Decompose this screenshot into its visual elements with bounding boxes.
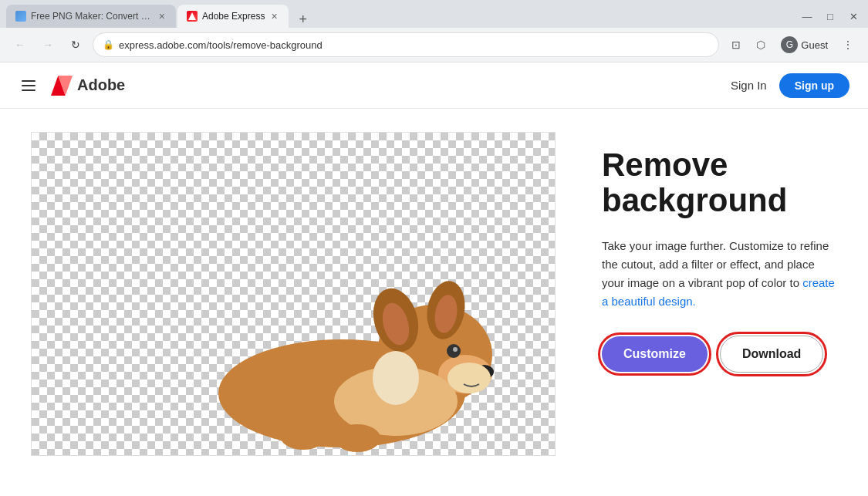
hamburger-menu[interactable] — [19, 77, 39, 94]
new-tab-button[interactable]: + — [293, 12, 314, 28]
image-canvas — [31, 132, 556, 456]
hamburger-line-2 — [22, 85, 35, 86]
tool-description: Take your image further. Customize to re… — [602, 237, 837, 311]
tab-close-adobe[interactable]: × — [269, 10, 279, 22]
browser-chrome: Free PNG Maker: Convert a JP… × Adobe Ex… — [0, 0, 868, 62]
signup-button[interactable]: Sign up — [779, 73, 849, 98]
svg-marker-0 — [188, 12, 196, 20]
dog-image — [180, 224, 504, 455]
svg-point-17 — [373, 351, 419, 405]
customize-button[interactable]: Customize — [602, 336, 708, 372]
tab-favicon-png — [15, 11, 26, 22]
action-buttons: Customize Download — [602, 336, 837, 373]
reload-button[interactable]: ↻ — [65, 34, 86, 56]
tool-title: Remove background — [602, 147, 837, 218]
profile-avatar: G — [781, 36, 798, 53]
adobe-logo-icon — [51, 75, 73, 96]
profile-button[interactable]: G Guest — [775, 33, 834, 56]
url-bar[interactable]: 🔒 express.adobe.com/tools/remove-backgro… — [93, 32, 719, 57]
close-button[interactable]: ✕ — [845, 8, 862, 25]
address-bar: ← → ↻ 🔒 express.adobe.com/tools/remove-b… — [0, 28, 868, 62]
tab-label-adobe: Adobe Express — [202, 11, 265, 22]
right-panel: Remove background Take your image furthe… — [602, 132, 837, 373]
browser-menu-icon[interactable]: ⋮ — [837, 34, 859, 56]
adobe-logo-text: Adobe — [77, 76, 125, 94]
extensions-icon[interactable]: ⬡ — [750, 34, 772, 56]
download-button[interactable]: Download — [720, 336, 823, 373]
tab-close-png[interactable]: × — [157, 10, 167, 22]
url-text: express.adobe.com/tools/remove-backgroun… — [119, 39, 709, 51]
hamburger-line-1 — [22, 80, 35, 82]
tab-label-png: Free PNG Maker: Convert a JP… — [31, 11, 153, 22]
profile-label: Guest — [801, 39, 828, 51]
svg-point-8 — [453, 347, 458, 352]
tool-title-line1: Remove — [602, 147, 728, 183]
tab-favicon-adobe — [187, 11, 198, 22]
forward-button[interactable]: → — [37, 34, 59, 56]
ae-header-left: Adobe — [19, 75, 125, 96]
browser-actions: ⊡ ⬡ G Guest ⋮ — [725, 33, 859, 56]
adobe-logo[interactable]: Adobe — [51, 75, 125, 96]
svg-point-14 — [280, 422, 326, 450]
minimize-button[interactable]: — — [799, 8, 816, 25]
description-highlight: create a beautiful design. — [602, 276, 835, 308]
lock-icon: 🔒 — [103, 39, 114, 50]
window-controls: — □ ✕ — [799, 8, 862, 25]
main-content: Remove background Take your image furthe… — [0, 109, 868, 496]
title-bar: Free PNG Maker: Convert a JP… × Adobe Ex… — [0, 0, 868, 28]
svg-point-16 — [448, 363, 491, 393]
tab-png-maker[interactable]: Free PNG Maker: Convert a JP… × — [6, 5, 176, 28]
tab-adobe-express[interactable]: Adobe Express × — [177, 5, 289, 28]
cast-icon[interactable]: ⊡ — [725, 34, 747, 56]
ae-header: Adobe Sign In Sign up — [0, 62, 868, 109]
signin-link[interactable]: Sign In — [731, 79, 767, 92]
svg-point-15 — [334, 424, 380, 452]
ae-header-right: Sign In Sign up — [731, 73, 849, 98]
maximize-button[interactable]: □ — [822, 8, 839, 25]
tool-title-line2: background — [602, 182, 787, 218]
back-button[interactable]: ← — [9, 34, 31, 56]
tab-list: Free PNG Maker: Convert a JP… × Adobe Ex… — [6, 5, 799, 28]
hamburger-line-3 — [22, 89, 35, 91]
